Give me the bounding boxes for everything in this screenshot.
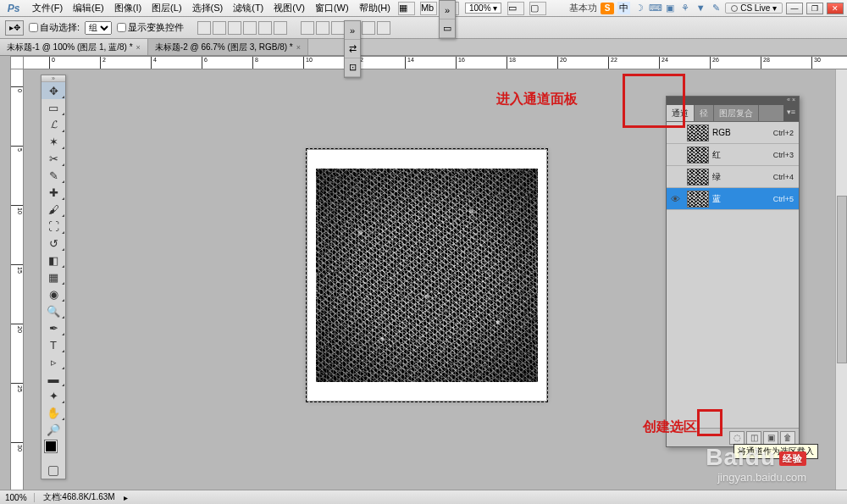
- menu-filter[interactable]: 滤镜(T): [228, 2, 268, 14]
- channel-row-rgb[interactable]: RGB Ctrl+2: [667, 122, 799, 144]
- align-hcenter-icon[interactable]: [258, 21, 272, 35]
- path-select-tool[interactable]: ▹: [42, 353, 65, 370]
- healing-brush-tool[interactable]: ✚: [42, 184, 65, 201]
- brush-tool[interactable]: 🖌: [42, 201, 65, 218]
- close-button[interactable]: ✕: [827, 3, 844, 14]
- menu-file[interactable]: 文件(F): [27, 2, 68, 14]
- distribute-vcenter-icon[interactable]: [316, 21, 329, 35]
- quick-select-tool[interactable]: ✶: [42, 133, 65, 150]
- screen-mode-icon[interactable]: ▭: [440, 19, 455, 38]
- ruler-vertical[interactable]: 0 5 10 15 20 25 30: [10, 69, 24, 490]
- tab-close-icon[interactable]: ×: [136, 43, 141, 52]
- arrange-icon[interactable]: ▭: [507, 2, 524, 15]
- maximize-button[interactable]: ❐: [806, 3, 823, 14]
- clone-stamp-tool[interactable]: ⛶: [42, 218, 65, 235]
- tab-paths[interactable]: 径: [695, 105, 714, 121]
- channel-row-red[interactable]: 红 Ctrl+3: [667, 144, 799, 166]
- car-icon[interactable]: ▣: [664, 3, 676, 14]
- status-doc-size[interactable]: 文档:468.8K/1.63M: [43, 491, 115, 503]
- 3d-tool[interactable]: ✦: [42, 387, 65, 404]
- workspace-essentials[interactable]: 基本功: [569, 2, 597, 14]
- load-selection-button[interactable]: ◌: [729, 431, 745, 445]
- move-tool-indicator[interactable]: ▸✥: [5, 20, 24, 36]
- menu-edit[interactable]: 编辑(E): [68, 2, 109, 14]
- moon-icon[interactable]: ☽: [634, 3, 645, 14]
- foreground-color-swatch[interactable]: [45, 440, 57, 452]
- move-tool[interactable]: ✥: [42, 82, 65, 99]
- status-menu-icon[interactable]: ▸: [124, 493, 128, 502]
- show-transform-checkbox[interactable]: 显示变换控件: [117, 21, 184, 34]
- document-tab-2[interactable]: 未标题-2 @ 66.7% (图层 3, RGB/8) *×: [148, 39, 308, 55]
- panel-icon[interactable]: ⊡: [345, 58, 360, 77]
- eyedropper-tool[interactable]: ✎: [42, 167, 65, 184]
- menu-image[interactable]: 图像(I): [109, 2, 147, 14]
- quick-mask-toggle[interactable]: [42, 463, 65, 479]
- channel-row-green[interactable]: 绿 Ctrl+4: [667, 166, 799, 188]
- panel-collapse-icon[interactable]: « ×: [667, 97, 799, 105]
- align-left-icon[interactable]: [243, 21, 257, 35]
- zoom-dropdown[interactable]: 100% ▾: [465, 3, 501, 14]
- color-swatches[interactable]: [42, 438, 65, 463]
- dock-expand-icon[interactable]: »: [440, 1, 455, 19]
- distribute-bottom-icon[interactable]: [331, 21, 345, 35]
- status-zoom[interactable]: 100%: [5, 493, 35, 502]
- tab-layer-comps[interactable]: 图层复合: [714, 105, 759, 121]
- minimize-button[interactable]: —: [786, 3, 803, 14]
- menu-layer[interactable]: 图层(L): [147, 2, 186, 14]
- collapsed-dock-1[interactable]: » ⇄ ⊡: [344, 20, 361, 78]
- ruler-horizontal[interactable]: 0 2 4 6 8 10 12 14 16 18 20 22 24 26 28 …: [24, 56, 847, 69]
- align-vcenter-icon[interactable]: [213, 21, 226, 35]
- shirt-icon[interactable]: ▼: [695, 3, 706, 14]
- distribute-right-icon[interactable]: [377, 21, 390, 35]
- menu-view[interactable]: 视图(V): [268, 2, 310, 14]
- scrollbar-thumb[interactable]: [837, 196, 847, 363]
- history-brush-tool[interactable]: ↺: [42, 235, 65, 252]
- visibility-icon[interactable]: 👁: [667, 194, 684, 204]
- tab-close-icon[interactable]: ×: [296, 43, 301, 52]
- document-canvas[interactable]: [307, 150, 546, 401]
- hand-tool[interactable]: ✋: [42, 404, 65, 421]
- ruler-origin[interactable]: [10, 56, 24, 69]
- gradient-tool[interactable]: ▦: [42, 269, 65, 285]
- menu-select[interactable]: 选择(S): [187, 2, 229, 14]
- marquee-tool[interactable]: ▭: [42, 99, 65, 116]
- channels-panel[interactable]: « × 通道 径 图层复合 ▾≡ RGB Ctrl+2 红 Ctrl+3 绿 C…: [666, 96, 800, 447]
- align-right-icon[interactable]: [274, 21, 287, 35]
- collapsed-dock-2[interactable]: » ▭: [439, 0, 456, 39]
- menu-help[interactable]: 帮助(H): [354, 2, 396, 14]
- channel-row-blue[interactable]: 👁 蓝 Ctrl+5: [667, 188, 799, 210]
- type-tool[interactable]: T: [42, 336, 65, 353]
- delete-channel-button[interactable]: 🗑: [780, 431, 795, 445]
- auto-select-dropdown[interactable]: 组: [85, 21, 112, 35]
- mini-bridge-icon[interactable]: Mb: [420, 2, 437, 15]
- crop-tool[interactable]: ✂: [42, 150, 65, 167]
- wrench-icon[interactable]: ✎: [710, 3, 722, 14]
- lasso-tool[interactable]: 𝓛: [42, 116, 65, 133]
- sogou-ime-icon[interactable]: S: [601, 3, 614, 14]
- document-tab-1[interactable]: 未标题-1 @ 100% (图层 1, 蓝/8) *×: [0, 39, 148, 55]
- new-channel-button[interactable]: ▣: [763, 431, 778, 445]
- distribute-top-icon[interactable]: [301, 21, 314, 35]
- dodge-tool[interactable]: 🔍: [42, 302, 65, 319]
- auto-select-checkbox[interactable]: 自动选择:: [29, 21, 80, 34]
- pen-tool[interactable]: ✒: [42, 319, 65, 336]
- panel-grip[interactable]: »: [42, 75, 65, 82]
- blur-tool[interactable]: ◉: [42, 285, 65, 302]
- vertical-scrollbar[interactable]: [835, 69, 847, 490]
- tools-panel[interactable]: » ✥ ▭ 𝓛 ✶ ✂ ✎ ✚ 🖌 ⛶ ↺ ◧ ▦ ◉ 🔍 ✒ T ▹ ▬ ✦ …: [41, 75, 66, 479]
- distribute-hcenter-icon[interactable]: [362, 21, 375, 35]
- keyboard-icon[interactable]: ⌨: [649, 3, 661, 14]
- gear-icon[interactable]: ⚘: [679, 3, 691, 14]
- save-selection-button[interactable]: ◫: [746, 431, 761, 445]
- dock-expand-icon[interactable]: »: [345, 21, 360, 40]
- menu-window[interactable]: 窗口(W): [310, 2, 354, 14]
- panel-icon[interactable]: ⇄: [345, 40, 360, 58]
- align-top-icon[interactable]: [197, 21, 211, 35]
- align-bottom-icon[interactable]: [228, 21, 241, 35]
- cs-live-button[interactable]: CS Live ▾: [725, 3, 783, 14]
- shape-tool[interactable]: ▬: [42, 370, 65, 387]
- bridge-icon[interactable]: ▦: [398, 2, 415, 15]
- eraser-tool[interactable]: ◧: [42, 252, 65, 269]
- zoom-tool[interactable]: 🔎: [42, 421, 65, 438]
- ime-language[interactable]: 中: [617, 2, 630, 14]
